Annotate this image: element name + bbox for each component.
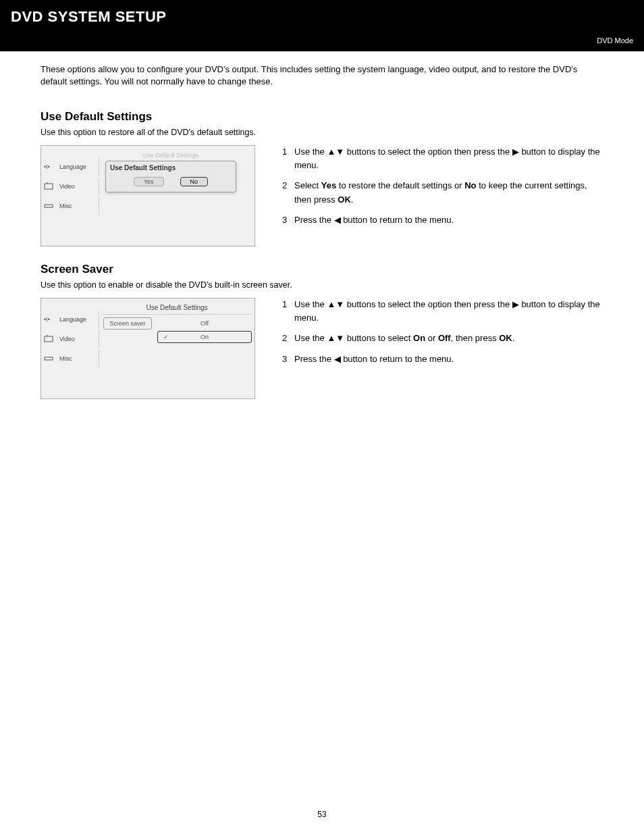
step-number: 2 [282,332,294,345]
pane-heading: Use Default Settings [102,301,252,315]
header-title: DVD SYSTEM SETUP [11,8,633,26]
header-subtitle: DVD Mode [597,36,633,45]
dialog-title: Use Default Settings [110,164,232,176]
step-3: 3 Press the ◀ button to return to the me… [282,213,603,227]
osd-screenshot-default: •I• Language Video Misc [41,145,255,246]
right-arrow-icon: ▶ [512,299,519,309]
dialog-yes-button: Yes [134,177,164,186]
page-number: 53 [0,810,644,819]
section2-steps: 1 Use the ▲▼ buttons to select the optio… [282,298,603,399]
osd-sidebar-video: Video [41,330,99,348]
left-arrow-icon: ◀ [334,215,341,225]
screensaver-pane: Use Default Settings Screen saver Off ✓ … [102,301,252,396]
osd-sidebar-label: Video [59,183,75,190]
osd-sidebar-misc: Misc [41,350,99,367]
step-number: 3 [282,353,294,366]
misc-icon [44,355,56,363]
svg-rect-5 [45,357,53,360]
osd-sidebar-label: Misc [59,203,72,209]
section1-title: Use Default Settings [0,94,644,128]
osd-sidebar-language: •I• Language [41,311,99,328]
svg-text:•I•: •I• [44,316,50,323]
osd-sidebar: •I• Language Video Misc [41,158,99,215]
language-icon: •I• [44,315,56,323]
osd-sidebar-label: Language [59,163,86,170]
section1-desc: Use this option to restore all of the DV… [0,128,644,141]
page-header: DVD SYSTEM SETUP DVD Mode [0,0,644,51]
intro-text: These options allow you to configure you… [0,51,644,94]
up-down-arrows-icon: ▲▼ [327,333,344,343]
language-icon: •I• [44,163,56,171]
video-icon [44,182,56,190]
osd-screenshot-screensaver: •I• Language Video Misc [41,298,255,399]
step-1: 1 Use the ▲▼ buttons to select the optio… [282,298,603,325]
up-down-arrows-icon: ▲▼ [327,147,344,157]
osd-sidebar-misc: Misc [41,197,99,215]
step-number: 1 [282,145,294,172]
default-settings-dialog: Use Default Settings Yes No [105,161,236,192]
svg-text:•I•: •I• [44,163,50,170]
osd-sidebar-label: Video [59,336,75,342]
osd-sidebar: •I• Language Video Misc [41,311,99,367]
option-off: Off [157,317,252,330]
step-2: 2 Use the ▲▼ buttons to select On or Off… [282,332,603,345]
step-number: 3 [282,213,294,227]
svg-rect-1 [45,184,53,189]
section1-steps: 1 Use the ▲▼ buttons to select the optio… [282,145,603,246]
dialog-no-button: No [180,177,209,186]
step-number: 1 [282,298,294,325]
osd-sidebar-label: Misc [59,355,72,362]
right-arrow-icon: ▶ [512,147,519,157]
svg-rect-4 [45,336,53,342]
up-down-arrows-icon: ▲▼ [327,299,344,309]
osd-sidebar-video: Video [41,178,99,195]
video-icon [44,335,56,343]
left-arrow-icon: ◀ [334,354,341,364]
step-number: 2 [282,179,294,206]
osd-sidebar-label: Language [59,316,86,323]
check-icon: ✓ [163,334,169,340]
section2-desc: Use this option to enable or disable the… [0,280,644,294]
svg-rect-2 [45,205,53,207]
osd-sidebar-language: •I• Language [41,158,99,176]
step-3: 3 Press the ◀ button to return to the me… [282,353,603,366]
misc-icon [44,202,56,210]
step-1: 1 Use the ▲▼ buttons to select the optio… [282,145,603,172]
option-on: ✓ On [157,331,252,343]
screensaver-label: Screen saver [103,317,152,330]
step-2: 2 Select Yes to restore the default sett… [282,179,603,206]
section2-title: Screen Saver [0,246,644,280]
